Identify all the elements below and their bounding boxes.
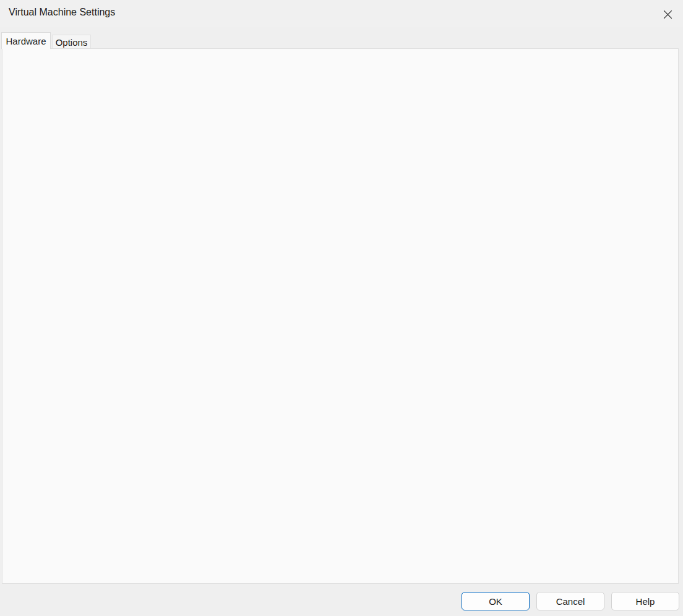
tab-options[interactable]: Options	[52, 35, 91, 49]
close-icon	[663, 10, 672, 19]
close-button[interactable]	[659, 6, 676, 22]
virtual-machine-settings-dialog: Virtual Machine Settings Hardware Option…	[0, 0, 683, 616]
tab-options-label: Options	[56, 37, 88, 48]
help-button[interactable]: Help	[611, 592, 679, 610]
cancel-button[interactable]: Cancel	[536, 592, 604, 610]
help-button-label: Help	[636, 596, 655, 607]
ok-button-label: OK	[489, 596, 502, 607]
cancel-button-label: Cancel	[556, 596, 585, 607]
tab-hardware-label: Hardware	[6, 36, 46, 46]
hardware-tab-page	[2, 48, 679, 584]
dialog-title: Virtual Machine Settings	[9, 7, 115, 18]
tab-hardware[interactable]: Hardware	[1, 32, 51, 49]
ok-button[interactable]: OK	[462, 592, 530, 610]
title-bar: Virtual Machine Settings	[0, 0, 683, 27]
